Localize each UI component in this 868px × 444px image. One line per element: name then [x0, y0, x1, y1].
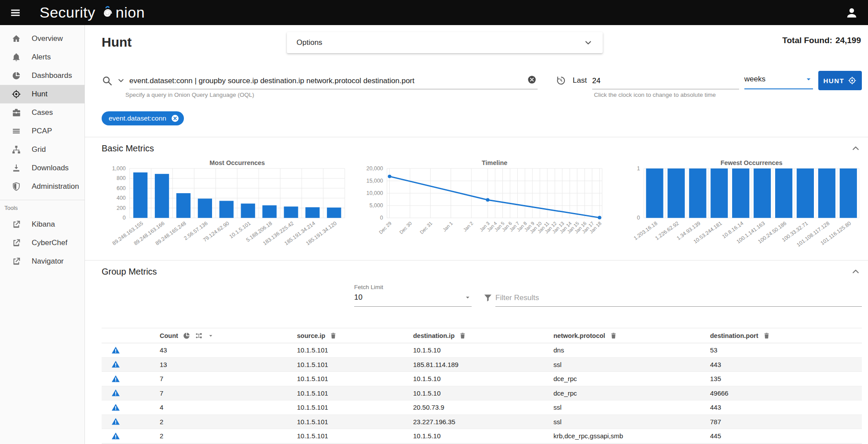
table-row[interactable]: 210.1.5.10110.1.5.10krb,dce_rpc,gssapi,s… — [102, 429, 862, 444]
sidebar-item-alerts[interactable]: Alerts — [0, 48, 84, 66]
app-logo: Security nion — [40, 4, 145, 21]
sidebar-divider — [0, 200, 84, 200]
sidebar-item-cyberchef[interactable]: CyberChef — [0, 234, 84, 252]
table-header-row: Countsource.ipdestination.ipnetwork.prot… — [102, 328, 862, 343]
svg-text:600: 600 — [117, 185, 126, 191]
sidebar-item-kibana[interactable]: Kibana — [0, 215, 84, 234]
collapse-section-icon[interactable] — [850, 143, 861, 154]
svg-text:800: 800 — [117, 175, 126, 181]
group-controls-row: Fetch Limit 10 — [102, 283, 862, 310]
delete-column-icon[interactable] — [330, 332, 337, 339]
filter-results-input[interactable] — [495, 294, 862, 306]
cell-count: 7 — [160, 389, 297, 397]
column-header-destination-ip: destination.ip — [413, 332, 553, 339]
time-amount-input[interactable] — [592, 77, 739, 89]
sidebar-item-hunt[interactable]: Hunt — [0, 85, 84, 103]
sidebar-item-grid[interactable]: Grid — [0, 140, 84, 159]
cell-count: 13 — [160, 361, 297, 368]
sidebar-item-navigator[interactable]: Navigator — [0, 252, 84, 271]
cell-source-ip: 10.1.5.101 — [297, 418, 413, 426]
svg-text:Jan 1: Jan 1 — [442, 220, 454, 232]
sidebar-item-overview[interactable]: Overview — [0, 29, 84, 48]
warning-triangle-icon[interactable] — [111, 403, 121, 412]
collapse-section-icon[interactable] — [850, 266, 861, 277]
cell-network-protocol: dce_rpc — [553, 389, 710, 397]
cell-network-protocol: krb,dce_rpc,gssapi,smb — [553, 432, 710, 440]
table-row[interactable]: 710.1.5.10110.1.5.10dce_rpc49666 — [102, 386, 862, 401]
delete-column-icon[interactable] — [459, 332, 466, 339]
crosshair-icon — [11, 89, 21, 99]
history-clock-icon[interactable] — [555, 75, 566, 86]
chart-timeline: Timeline05,00010,00015,00020,000Dec 29De… — [359, 159, 605, 254]
filter-chip[interactable]: event.dataset:conn — [102, 111, 184, 125]
cell-destination-ip: 10.1.5.10 — [413, 432, 553, 440]
sidebar-item-label: Hunt — [32, 90, 48, 99]
table-row[interactable]: 210.1.5.10123.227.196.35ssl787 — [102, 415, 862, 429]
cell-destination-ip: 23.227.196.35 — [413, 418, 553, 426]
svg-text:0: 0 — [380, 215, 383, 221]
cell-destination-port: 135 — [710, 375, 862, 382]
table-row[interactable]: 710.1.5.10110.1.5.10dce_rpc135 — [102, 372, 862, 386]
svg-text:Most Occurrences: Most Occurrences — [209, 159, 265, 166]
delete-column-icon[interactable] — [763, 332, 770, 339]
svg-text:Timeline: Timeline — [482, 159, 507, 166]
warning-triangle-icon[interactable] — [111, 345, 121, 355]
svg-text:Dec 30: Dec 30 — [398, 220, 413, 235]
graph-icon[interactable] — [195, 332, 203, 340]
hunt-button[interactable]: HUNT — [818, 71, 862, 90]
clear-query-icon[interactable] — [527, 75, 537, 84]
external-link-icon — [11, 220, 21, 229]
time-range-prefix: Last — [573, 76, 587, 85]
warning-triangle-icon[interactable] — [111, 360, 121, 369]
app-bar: Security nion — [0, 0, 868, 25]
cell-network-protocol: ssl — [553, 361, 710, 368]
chevron-down-icon[interactable] — [583, 38, 593, 48]
warning-triangle-icon[interactable] — [111, 374, 121, 384]
home-icon — [11, 34, 21, 44]
sidebar-item-cases[interactable]: Cases — [0, 103, 84, 122]
sidebar-main-items: OverviewAlertsDashboardsHuntCasesPCAPGri… — [0, 29, 84, 196]
sidebar-item-downloads[interactable]: Downloads — [0, 159, 84, 177]
sidebar-item-label: Navigator — [32, 257, 64, 266]
external-link-icon — [11, 257, 21, 266]
fetch-limit-select[interactable]: Fetch Limit 10 — [354, 284, 472, 307]
time-unit-select[interactable]: weeks — [744, 72, 813, 89]
pie-chart-icon — [11, 71, 21, 81]
caret-down-icon[interactable] — [207, 332, 214, 339]
hamburger-menu-icon[interactable] — [10, 7, 21, 18]
onion-logo-icon — [99, 5, 115, 21]
sidebar-item-pcap[interactable]: PCAP — [0, 122, 84, 140]
svg-text:1.226.62.92: 1.226.62.92 — [654, 220, 680, 242]
column-header-label: destination.port — [710, 332, 758, 339]
warning-triangle-icon[interactable] — [111, 417, 121, 426]
table-row[interactable]: 1310.1.5.101185.81.114.189ssl443 — [102, 358, 862, 372]
caret-down-icon — [464, 294, 472, 301]
pie-chart-icon[interactable] — [183, 332, 190, 340]
sidebar-item-label: CyberChef — [32, 239, 67, 247]
table-row[interactable]: 4310.1.5.10110.1.5.10dns53 — [102, 343, 862, 358]
sidebar-item-label: PCAP — [32, 127, 52, 136]
options-panel[interactable]: Options — [287, 32, 603, 53]
sidebar-item-dashboards[interactable]: Dashboards — [0, 66, 84, 85]
sidebar-item-label: Grid — [32, 145, 46, 154]
sidebar-item-label: Alerts — [32, 53, 51, 62]
sidebar-item-administration[interactable]: Administration — [0, 177, 84, 196]
query-input[interactable] — [129, 77, 538, 89]
account-icon[interactable] — [845, 6, 858, 19]
list-icon — [11, 126, 21, 136]
time-amount-field — [592, 72, 739, 89]
cell-destination-ip: 185.81.114.189 — [413, 361, 553, 368]
cell-destination-port: 53 — [710, 346, 862, 354]
query-history-caret-icon[interactable] — [117, 76, 125, 85]
sidebar-tools-items: KibanaCyberChefNavigator — [0, 215, 84, 271]
time-hint: Click the clock icon to change to absolu… — [594, 92, 716, 98]
remove-filter-icon[interactable] — [171, 114, 179, 123]
cell-destination-port: 787 — [710, 418, 862, 426]
delete-column-icon[interactable] — [610, 332, 617, 339]
sidebar-item-label: Kibana — [32, 220, 55, 229]
warning-triangle-icon[interactable] — [111, 388, 121, 398]
cell-network-protocol: dns — [553, 346, 710, 354]
warning-triangle-icon[interactable] — [111, 431, 121, 441]
table-row[interactable]: 410.1.5.10120.50.73.9ssl443 — [102, 400, 862, 415]
external-link-icon — [11, 238, 21, 248]
